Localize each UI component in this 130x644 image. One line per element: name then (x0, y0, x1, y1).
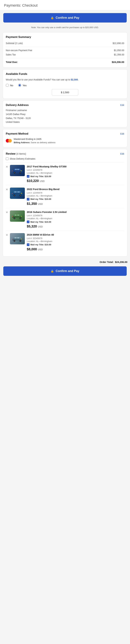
delivery-address-country: United States (6, 120, 124, 124)
remove-item-1-button[interactable]: ✕ (6, 165, 8, 183)
svg-point-21 (14, 218, 15, 218)
payment-method-edit-button[interactable]: Edit (120, 132, 124, 135)
billing-address-row: Billing Address: Same as delivery addres… (14, 141, 56, 144)
payment-method-details: Mastercard Ending in 2435 Billing Addres… (6, 138, 124, 144)
item-2-location: Location: AL—Birmingham (27, 194, 124, 197)
item-3-mail-checkbox[interactable]: ✓ (27, 220, 30, 223)
svg-rect-17 (12, 193, 13, 194)
payment-method-card: Payment Method Edit Mastercard Ending in… (3, 129, 127, 147)
svg-point-3 (14, 172, 15, 173)
item-3-mail-title: ✓ Mail my Title: $10.00 (27, 220, 124, 223)
radio-yes-label[interactable]: Yes (18, 84, 26, 87)
fee-row: Non-secure Payment Fee $1,050.00 (6, 48, 124, 52)
remove-item-3-button[interactable]: ✕ (6, 211, 8, 228)
item-4-name: 2024 BMW I4 EDrive 40 (27, 233, 124, 236)
confirm-pay-button-top[interactable]: 🔒 Confirm and Pay (3, 13, 127, 22)
item-2-name: 2022 Ford Bronco Big Bend (27, 188, 124, 191)
credit-card-note: Note: You can only use a credit card for… (0, 25, 130, 31)
svg-rect-24 (17, 214, 19, 216)
available-funds-card: Available Funds Would you like to use yo… (3, 69, 127, 99)
radio-no-label[interactable]: No (6, 84, 13, 87)
item-1-location: Location: AL—Birmingham (27, 172, 124, 174)
svg-rect-16 (21, 193, 22, 194)
show-delivery-checkbox[interactable] (6, 158, 8, 160)
item-1-name: 2017 Ford Mustang Shelby GT350 (27, 165, 124, 168)
payment-summary-title: Payment Summary (6, 36, 124, 39)
show-delivery-row: Show Delivery Estimates (6, 158, 124, 160)
item-1-price: $10,220 USD (27, 179, 124, 183)
item-1-lot: Lot #: 12345678 (27, 169, 124, 171)
item-3-price: $5,320 USD (27, 224, 124, 228)
delivery-address-name: Firstname Lastname (6, 108, 124, 112)
total-due-row: Total Due: $24,206.00 (6, 60, 124, 64)
svg-rect-33 (17, 237, 19, 238)
payment-method-info: Mastercard Ending in 2435 Billing Addres… (14, 138, 56, 144)
payment-method-title: Payment Method (6, 132, 28, 136)
item-4-details: 2024 BMW I4 EDrive 40 Lot #: 32345679 Lo… (27, 233, 124, 251)
item-4-lot: Lot #: 32345679 (27, 237, 124, 240)
item-4-car-svg (12, 236, 23, 242)
payment-summary-card: Payment Summary Subtotal (2 Lots) $22,89… (3, 32, 127, 68)
lock-icon-top: 🔒 (50, 16, 54, 19)
svg-rect-25 (21, 216, 22, 216)
item-4-price: $8,000 USD (27, 247, 124, 251)
item-4-mail-title: ✓ Mail my Title: $10.00 (27, 243, 124, 246)
review-header: Review (4 Items) Edit (6, 152, 124, 156)
funds-amount-input[interactable]: $ 2,500 (52, 89, 78, 96)
svg-rect-14 (14, 192, 16, 192)
remove-item-2-button[interactable]: ✕ (6, 188, 8, 206)
item-2-mail-title: ✓ Mail my Title: $10.00 (27, 198, 124, 200)
review-item-3: ✕ 2016 Subaru Forester 2.5I Limited Lot … (6, 208, 124, 231)
svg-point-30 (14, 240, 15, 241)
item-3-location: Location: AL—Birmingham (27, 217, 124, 220)
item-3-details: 2016 Subaru Forester 2.5I Limited Lot #:… (27, 210, 124, 228)
order-total-row: Order Total: $24,206.00 (0, 258, 130, 265)
svg-point-12 (14, 195, 15, 196)
item-3-car-svg (12, 213, 23, 219)
remove-item-4-button[interactable]: ✕ (6, 234, 8, 251)
subtotal-row: Subtotal (2 Lots) $22,890.00 (6, 41, 124, 45)
delivery-address-title: Delivery Address (6, 104, 28, 107)
svg-rect-5 (15, 169, 17, 170)
item-2-car-svg (12, 190, 23, 196)
available-funds-description: Would you like to use your Available Fun… (6, 78, 124, 82)
radio-no[interactable] (6, 84, 9, 87)
item-4-mail-checkbox[interactable]: ✓ (27, 243, 30, 246)
svg-rect-32 (14, 237, 16, 238)
svg-rect-34 (21, 239, 22, 239)
payment-method-header: Payment Method Edit (6, 132, 124, 136)
svg-point-22 (20, 218, 21, 218)
review-edit-button[interactable]: Edit (120, 152, 124, 155)
item-2-lot: Lot #: 12345678 (27, 192, 124, 194)
delivery-address-edit-button[interactable]: Edit (120, 104, 124, 106)
summary-divider-2 (6, 58, 124, 58)
item-2-mail-checkbox[interactable]: ✓ (27, 198, 30, 200)
svg-point-4 (20, 172, 20, 173)
item-1-mail-checkbox[interactable]: ✓ (27, 175, 30, 178)
review-item-2: ✕ 2022 Ford Bronco Big Bend Lot #: 12345… (6, 185, 124, 208)
page-header: Payments: Checkout (0, 0, 130, 10)
bottom-confirm-section: 🔒 Confirm and Pay (0, 265, 130, 279)
order-total-label: Order Total: (100, 260, 114, 264)
item-3-name: 2016 Subaru Forester 2.5I Limited (27, 210, 124, 214)
lock-icon-bottom: 🔒 (50, 270, 54, 273)
funds-input-wrapper: $ 2,500 (6, 89, 124, 96)
top-confirm-section: 🔒 Confirm and Pay (0, 10, 130, 25)
svg-point-31 (20, 240, 21, 241)
svg-rect-15 (17, 192, 20, 192)
available-funds-title: Available Funds (6, 72, 124, 76)
radio-yes[interactable] (18, 84, 21, 87)
svg-rect-23 (14, 214, 16, 216)
item-1-mail-title: ✓ Mail my Title: $10.00 (27, 175, 124, 178)
confirm-pay-button-bottom[interactable]: 🔒 Confirm and Pay (3, 266, 127, 276)
available-funds-options: No Yes (6, 84, 124, 87)
svg-rect-26 (12, 216, 13, 217)
svg-rect-6 (17, 169, 19, 170)
item-1-car-svg (12, 167, 23, 174)
tax-row: Sales Tax $1,356.00 (6, 52, 124, 57)
order-total-value: $24,206.00 (115, 260, 127, 264)
item-3-image (10, 210, 25, 222)
review-item-4: ✕ 2024 BMW I4 EDrive 40 Lot #: 32345679 … (6, 230, 124, 254)
item-2-details: 2022 Ford Bronco Big Bend Lot #: 1234567… (27, 188, 124, 206)
item-2-image (10, 188, 25, 199)
